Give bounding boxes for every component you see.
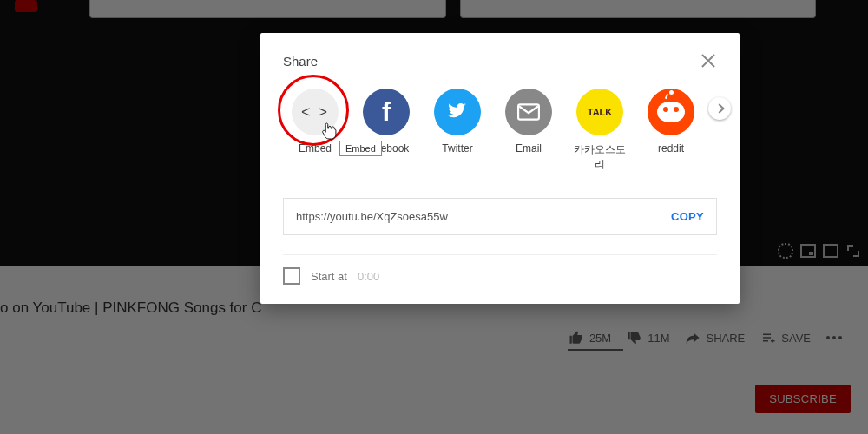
start-at-label: Start at xyxy=(311,270,347,283)
kakao-label: 카카오스토리 xyxy=(573,142,627,172)
share-target-kakao[interactable]: TALK 카카오스토리 xyxy=(573,89,627,172)
share-target-embed[interactable]: < > Embed xyxy=(288,89,342,172)
more-targets-arrow[interactable] xyxy=(708,97,731,120)
facebook-icon: f xyxy=(363,89,410,135)
facebook-label: Facebook xyxy=(364,142,410,155)
reddit-icon xyxy=(648,89,694,135)
embed-icon: < > xyxy=(292,89,339,135)
reddit-label: reddit xyxy=(658,142,684,155)
dialog-title: Share xyxy=(283,54,318,69)
close-button[interactable] xyxy=(700,52,717,69)
share-target-email[interactable]: Email xyxy=(502,89,556,172)
share-targets-row: < > Embed f Facebook Twitter Email TAL xyxy=(283,83,717,172)
start-at-checkbox[interactable] xyxy=(283,267,300,285)
twitter-icon xyxy=(434,89,481,135)
start-at-row: Start at 0:00 xyxy=(283,267,717,285)
kakao-icon: TALK xyxy=(576,89,623,135)
share-target-twitter[interactable]: Twitter xyxy=(431,89,484,172)
divider xyxy=(283,254,717,255)
share-dialog: Share < > Embed f Facebook Twitter xyxy=(260,33,740,304)
copy-button[interactable]: COPY xyxy=(671,210,704,223)
email-label: Email xyxy=(516,142,542,155)
email-icon xyxy=(505,89,552,135)
share-target-reddit[interactable]: reddit xyxy=(644,89,698,172)
embed-label: Embed xyxy=(299,142,332,155)
twitter-label: Twitter xyxy=(442,142,472,155)
share-url[interactable]: https://youtu.be/XqZsoesa55w xyxy=(296,210,671,223)
share-target-facebook[interactable]: f Facebook xyxy=(359,89,413,172)
share-url-box: https://youtu.be/XqZsoesa55w COPY xyxy=(283,198,717,235)
start-at-time[interactable]: 0:00 xyxy=(358,270,379,283)
